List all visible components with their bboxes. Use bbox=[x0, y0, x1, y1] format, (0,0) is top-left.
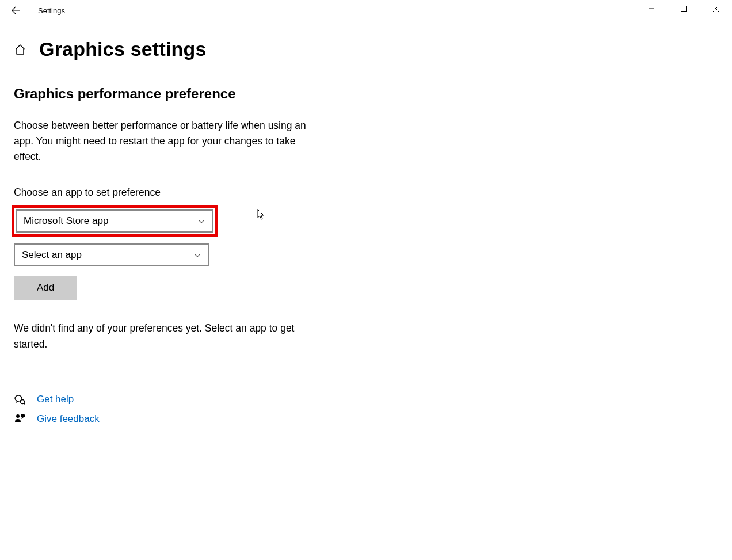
chevron-down-icon bbox=[197, 217, 205, 225]
app-type-dropdown[interactable]: Microsoft Store app bbox=[16, 209, 214, 233]
highlight-annotation: Microsoft Store app bbox=[12, 205, 218, 237]
content-area: Graphics settings Graphics performance p… bbox=[0, 21, 732, 425]
svg-point-7 bbox=[16, 414, 20, 418]
minimize-icon bbox=[648, 5, 655, 12]
svg-rect-8 bbox=[21, 414, 25, 417]
svg-rect-1 bbox=[681, 6, 687, 12]
app-title: Settings bbox=[38, 6, 65, 15]
titlebar: Settings bbox=[0, 0, 732, 21]
page-title: Graphics settings bbox=[39, 38, 207, 60]
back-button[interactable] bbox=[5, 0, 28, 21]
minimize-button[interactable] bbox=[635, 0, 668, 17]
page-header: Graphics settings bbox=[14, 38, 732, 60]
maximize-icon bbox=[680, 5, 687, 12]
feedback-icon bbox=[14, 413, 25, 425]
help-icon bbox=[14, 394, 25, 405]
add-button[interactable]: Add bbox=[14, 276, 77, 300]
dropdown-selected-text: Select an app bbox=[22, 249, 82, 261]
section-title: Graphics performance preference bbox=[14, 86, 732, 102]
svg-point-5 bbox=[21, 399, 25, 403]
status-text: We didn't find any of your preferences y… bbox=[14, 321, 325, 352]
get-help-text: Get help bbox=[37, 394, 74, 405]
close-icon bbox=[712, 5, 719, 12]
home-icon[interactable] bbox=[14, 43, 26, 56]
field-label: Choose an app to set preference bbox=[14, 186, 732, 199]
select-app-dropdown[interactable]: Select an app bbox=[14, 243, 209, 266]
maximize-button[interactable] bbox=[668, 0, 700, 17]
give-feedback-link[interactable]: Give feedback bbox=[14, 413, 732, 425]
section-description: Choose between better performance or bat… bbox=[14, 118, 319, 165]
svg-line-6 bbox=[24, 403, 26, 405]
window-controls bbox=[635, 0, 732, 17]
give-feedback-text: Give feedback bbox=[37, 413, 100, 425]
get-help-link[interactable]: Get help bbox=[14, 394, 732, 405]
chevron-down-icon bbox=[193, 251, 201, 259]
dropdown-selected-text: Microsoft Store app bbox=[24, 215, 108, 227]
arrow-left-icon bbox=[11, 5, 21, 16]
help-links: Get help Give feedback bbox=[14, 394, 732, 425]
close-button[interactable] bbox=[700, 0, 732, 17]
